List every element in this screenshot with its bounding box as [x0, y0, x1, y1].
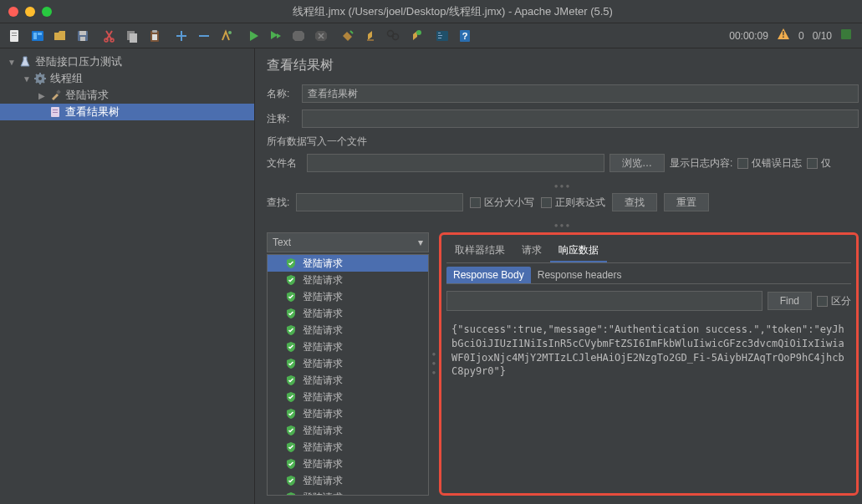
- cut-icon[interactable]: [99, 26, 120, 46]
- beaker-icon: [18, 55, 32, 69]
- result-item[interactable]: 登陆请求: [268, 288, 428, 305]
- help-icon[interactable]: ?: [455, 26, 475, 46]
- result-item[interactable]: 登陆请求: [268, 472, 428, 489]
- svg-rect-5: [38, 33, 42, 35]
- result-item-label: 登陆请求: [303, 457, 343, 471]
- regex-checkbox[interactable]: 正则表达式: [541, 196, 605, 210]
- result-item[interactable]: 登陆请求: [268, 339, 428, 355]
- success-shield-icon: [284, 257, 298, 270]
- reset-search-icon[interactable]: [405, 26, 426, 46]
- success-shield-icon: [284, 340, 298, 354]
- tree-toggle-icon[interactable]: [37, 107, 47, 117]
- success-shield-icon: [284, 374, 298, 387]
- toggle-icon[interactable]: [217, 26, 237, 46]
- save-icon[interactable]: [73, 26, 93, 46]
- result-item[interactable]: 登陆请求: [268, 372, 428, 389]
- success-shield-icon: [284, 457, 298, 471]
- start-no-pause-icon[interactable]: [266, 26, 286, 46]
- templates-icon[interactable]: [28, 26, 48, 46]
- browse-button[interactable]: 浏览…: [610, 154, 665, 172]
- search-input[interactable]: [296, 193, 463, 211]
- comment-label: 注释:: [267, 112, 302, 126]
- tree-toggle-icon[interactable]: ▼: [7, 57, 17, 67]
- thread-count: 0/10: [813, 30, 832, 42]
- result-item-label: 登陆请求: [303, 407, 343, 421]
- result-item-label: 登陆请求: [303, 340, 343, 354]
- copy-icon[interactable]: [122, 26, 142, 46]
- show-log-label: 显示日志内容:: [670, 156, 732, 171]
- search-icon[interactable]: [383, 26, 403, 46]
- result-item[interactable]: 登陆请求: [268, 272, 428, 288]
- tree-item-label: 登陆接口压力测试: [35, 54, 122, 69]
- open-icon[interactable]: [50, 26, 70, 46]
- tree-toggle-icon[interactable]: ▼: [22, 74, 32, 84]
- result-item-label: 登陆请求: [303, 491, 343, 496]
- subtab-response-headers[interactable]: Response headers: [531, 267, 629, 283]
- subtab-response-body[interactable]: Response Body: [446, 267, 531, 283]
- svg-rect-1: [12, 33, 17, 33]
- paste-icon[interactable]: [145, 26, 165, 46]
- errors-only-checkbox[interactable]: 仅错误日志: [737, 156, 802, 171]
- maximize-window-button[interactable]: [42, 7, 52, 17]
- success-shield-icon: [284, 407, 298, 420]
- comment-input[interactable]: [302, 109, 859, 128]
- success-only-checkbox[interactable]: 仅: [807, 156, 831, 171]
- new-icon[interactable]: [5, 26, 25, 46]
- clear-all-icon[interactable]: [360, 26, 380, 46]
- search-button[interactable]: 查找: [612, 193, 657, 211]
- svg-rect-33: [53, 109, 58, 110]
- result-item[interactable]: 登陆请求: [268, 255, 428, 272]
- render-dropdown[interactable]: Text ▾: [267, 232, 429, 252]
- success-shield-icon: [284, 323, 298, 337]
- result-item-label: 登陆请求: [303, 307, 343, 321]
- content-panel: 查看结果树 名称: 注释: 所有数据写入一个文件 文件名 浏览… 显示日志内容:…: [255, 48, 862, 504]
- expand-icon[interactable]: [171, 26, 191, 46]
- tab-sampler-result[interactable]: 取样器结果: [446, 240, 513, 262]
- start-icon[interactable]: [243, 26, 263, 46]
- tree-item[interactable]: ▼ 登陆接口压力测试: [0, 53, 254, 70]
- result-item[interactable]: 登陆请求: [268, 489, 428, 496]
- result-item-label: 登陆请求: [303, 323, 343, 338]
- result-item[interactable]: 登陆请求: [268, 322, 428, 339]
- filename-input[interactable]: [307, 154, 604, 172]
- response-panel: 取样器结果 请求 响应数据 Response Body Response hea…: [439, 232, 859, 496]
- response-body-text[interactable]: {"success":true,"message":"Authenticatio…: [446, 318, 851, 488]
- find-case-checkbox[interactable]: 区分: [817, 294, 851, 308]
- find-input[interactable]: [446, 291, 763, 311]
- shutdown-icon[interactable]: [311, 26, 331, 46]
- tree-item[interactable]: 查看结果树: [0, 104, 254, 120]
- svg-rect-4: [33, 33, 37, 39]
- result-item-label: 登陆请求: [303, 424, 343, 438]
- minimize-window-button[interactable]: [25, 7, 35, 17]
- result-item[interactable]: 登陆请求: [268, 355, 428, 372]
- result-item[interactable]: 登陆请求: [268, 305, 428, 322]
- tree-item[interactable]: ▶ 登陆请求: [0, 87, 254, 104]
- svg-rect-12: [130, 33, 137, 43]
- clear-icon[interactable]: [338, 26, 358, 46]
- close-window-button[interactable]: [8, 7, 18, 17]
- function-icon[interactable]: [432, 26, 452, 46]
- result-item[interactable]: 登陆请求: [268, 389, 428, 405]
- chevron-down-icon: ▾: [418, 237, 423, 248]
- tab-response-data[interactable]: 响应数据: [550, 240, 607, 262]
- tab-request[interactable]: 请求: [513, 240, 550, 262]
- result-item-label: 登陆请求: [303, 374, 343, 388]
- find-button[interactable]: Find: [768, 292, 812, 310]
- name-input[interactable]: [302, 84, 859, 103]
- tree-item[interactable]: ▼ 线程组: [0, 70, 254, 87]
- result-item[interactable]: 登陆请求: [268, 405, 428, 422]
- splitter[interactable]: ●●●: [431, 232, 437, 496]
- result-item[interactable]: 登陆请求: [268, 439, 428, 456]
- success-shield-icon: [284, 290, 298, 303]
- result-item-label: 登陆请求: [303, 273, 343, 288]
- result-item[interactable]: 登陆请求: [268, 456, 428, 472]
- tree-toggle-icon[interactable]: ▶: [37, 90, 47, 100]
- result-item[interactable]: 登陆请求: [268, 422, 428, 439]
- stop-icon[interactable]: [288, 26, 309, 46]
- collapse-icon[interactable]: [194, 26, 214, 46]
- results-list[interactable]: 登陆请求 登陆请求 登陆请求 登陆请求 登陆请求 登陆请求 登陆请求 登陆请求 …: [267, 254, 429, 496]
- reset-button[interactable]: 重置: [664, 193, 709, 211]
- case-sensitive-checkbox[interactable]: 区分大小写: [470, 196, 534, 210]
- success-shield-icon: [284, 440, 298, 454]
- test-plan-tree[interactable]: ▼ 登陆接口压力测试 ▼ 线程组 ▶ 登陆请求 查看结果树: [0, 48, 255, 504]
